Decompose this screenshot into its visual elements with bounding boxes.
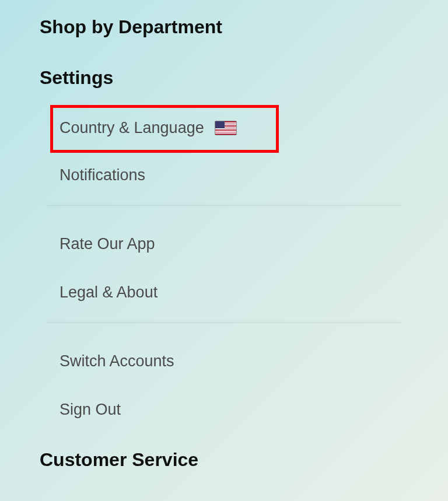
menu-item-notifications[interactable]: Notifications xyxy=(0,151,448,199)
section-header-customer-service[interactable]: Customer Service xyxy=(0,434,448,471)
notifications-label: Notifications xyxy=(60,166,145,184)
customer-service-label: Customer Service xyxy=(40,449,198,470)
legal-about-label: Legal & About xyxy=(60,283,158,302)
group-divider xyxy=(47,205,401,206)
rate-app-label: Rate Our App xyxy=(60,235,155,253)
menu-item-sign-out[interactable]: Sign Out xyxy=(0,386,448,434)
switch-accounts-label: Switch Accounts xyxy=(60,352,174,370)
us-flag-icon xyxy=(215,121,237,135)
shop-by-department-label: Shop by Department xyxy=(40,16,222,37)
section-header-settings: Settings xyxy=(0,57,448,105)
section-header-shop[interactable]: Shop by Department xyxy=(0,0,448,57)
menu-item-legal-about[interactable]: Legal & About xyxy=(0,268,448,317)
country-language-label: Country & Language xyxy=(60,119,204,137)
menu-item-switch-accounts[interactable]: Switch Accounts xyxy=(0,337,448,386)
menu-item-country-language[interactable]: Country & Language xyxy=(0,105,448,151)
group-divider xyxy=(47,323,401,323)
menu-item-rate-app[interactable]: Rate Our App xyxy=(0,220,448,268)
settings-label: Settings xyxy=(40,67,113,88)
sign-out-label: Sign Out xyxy=(60,401,121,419)
settings-menu-group: Country & Language Notifications Rate Ou… xyxy=(0,105,448,434)
